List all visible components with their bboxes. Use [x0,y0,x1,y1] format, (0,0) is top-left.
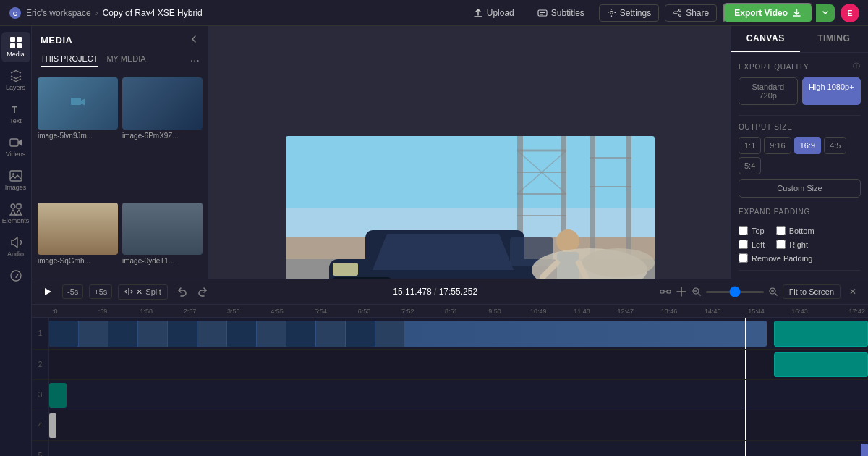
layers-label: Layers [6,84,25,91]
blue-clip[interactable] [861,444,868,456]
bottom-checkbox-input[interactable] [776,226,786,235]
padding-bottom-checkbox[interactable]: Bottom [776,226,814,235]
audio-label: Audio [7,250,24,258]
size-16-9-button[interactable]: 16:9 [794,137,821,154]
ruler-mark: 6:53 [342,308,386,315]
svg-point-6 [679,9,681,12]
tab-timing[interactable]: TIMING [800,26,869,52]
size-1-1-button[interactable]: 1:1 [739,137,761,154]
quality-high-button[interactable]: High 1080p+ [802,77,861,105]
upload-button[interactable]: Upload [467,5,520,21]
teal-clip[interactable] [49,383,67,408]
right-checkbox-input[interactable] [776,240,786,249]
media-item-name: image-5lvn9Jm... [38,132,118,140]
media-tabs: THIS PROJECT MY MEDIA [41,54,146,67]
topbar-right: Settings Share Export Video E [599,3,859,23]
track-row: 2 [32,350,868,380]
export-dropdown-button[interactable] [816,4,835,22]
timeline-tracks: 1 [32,318,868,456]
skip-back-button[interactable]: -5s [62,284,83,299]
remove-padding-checkbox[interactable]: Remove Padding [739,253,861,263]
size-9-16-button[interactable]: 9:16 [764,137,791,154]
sidebar-item-videos[interactable]: Videos [1,132,30,162]
collapse-panel-button[interactable] [188,33,200,47]
brand-icon: C [9,7,22,20]
list-item[interactable]: image-5lvn9Jm... [38,77,118,198]
main-clip[interactable] [49,321,767,347]
ruler-mark: 11:48 [560,308,603,315]
track-label: 2 [32,350,49,379]
fit-screen-button[interactable]: Fit to Screen [783,284,841,299]
zoom-slider[interactable] [706,291,764,293]
workspace-name[interactable]: Eric's workspace [26,8,91,18]
track-label: 1 [32,318,49,349]
ruler-mark: 10:49 [516,308,560,315]
svg-text:C: C [13,10,18,17]
subtitles-button[interactable]: Subtitles [532,5,590,21]
padding-top-checkbox[interactable]: Top [739,226,765,235]
sidebar-item-elements[interactable]: Elements [1,198,30,229]
undo-button[interactable] [174,283,191,300]
divider [739,115,861,116]
quality-options: Standard 720p High 1080p+ [739,77,861,105]
tab-this-project[interactable]: THIS PROJECT [41,54,98,67]
more-options-button[interactable]: ··· [190,54,200,67]
export-video-button[interactable]: Export Video [723,3,813,23]
quality-info-icon[interactable]: ⓘ [853,62,861,72]
svg-point-8 [679,14,681,17]
ruler-mark: 2:57 [168,308,211,315]
track-content[interactable] [49,410,868,440]
sidebar-item-audio[interactable]: Audio [1,232,30,262]
avatar: E [841,4,859,22]
timeline-close-button[interactable]: ✕ [845,284,861,300]
sidebar-item-stickers[interactable] [1,265,30,287]
svg-line-10 [676,13,678,14]
redo-button[interactable] [194,283,211,300]
zoom-in-icon[interactable] [768,287,778,297]
sidebar-item-media[interactable]: Media [1,32,30,62]
track-content[interactable] [49,380,868,410]
green-clip-2[interactable] [774,352,868,377]
share-button[interactable]: Share [665,4,717,22]
svg-rect-12 [17,37,22,42]
white-clip[interactable] [49,413,56,438]
size-5-4-button[interactable]: 5:4 [739,157,761,174]
track-row: 5 [32,441,868,456]
padding-left-checkbox[interactable]: Left [739,240,765,249]
tab-canvas[interactable]: CANVAS [731,26,800,52]
size-4-5-button[interactable]: 4:5 [824,137,846,154]
track-label: 5 [32,441,49,456]
track-content[interactable] [49,441,868,456]
ruler-mark: 13:46 [647,308,691,315]
quality-standard-button[interactable]: Standard 720p [739,77,798,105]
svg-rect-13 [10,43,15,48]
green-clip-1[interactable] [774,321,868,347]
track-content[interactable] [49,350,868,379]
svg-rect-70 [660,290,664,293]
topbar-center: Upload Subtitles [467,5,590,21]
ruler-mark: 9:50 [473,308,516,315]
export-btn-group: Export Video [723,3,835,23]
track-content[interactable] [49,318,868,349]
remove-padding-input[interactable] [739,253,748,263]
zoom-out-icon[interactable] [692,287,702,297]
tab-my-media[interactable]: MY MEDIA [106,54,145,67]
play-button[interactable] [39,283,56,300]
sidebar-item-text[interactable]: T Text [1,98,30,129]
svg-line-79 [775,294,777,296]
svg-line-9 [676,11,678,12]
settings-button[interactable]: Settings [599,4,659,22]
left-checkbox-input[interactable] [739,240,748,249]
custom-size-button[interactable]: Custom Size [739,179,861,198]
ruler-mark: 3:56 [212,308,255,315]
list-item[interactable]: image-6PmX9Z... [122,77,203,198]
media-label: Media [7,51,25,58]
skip-forward-button[interactable]: +5s [89,284,112,299]
sidebar-item-layers[interactable]: Layers [1,65,30,96]
padding-right-checkbox[interactable]: Right [776,240,808,249]
split-button[interactable]: ✕ Split [118,284,167,300]
media-thumbnail [38,77,118,130]
top-checkbox-input[interactable] [739,226,748,235]
padding-left-right-row: Left Right [739,240,861,249]
sidebar-item-images[interactable]: Images [1,165,30,195]
